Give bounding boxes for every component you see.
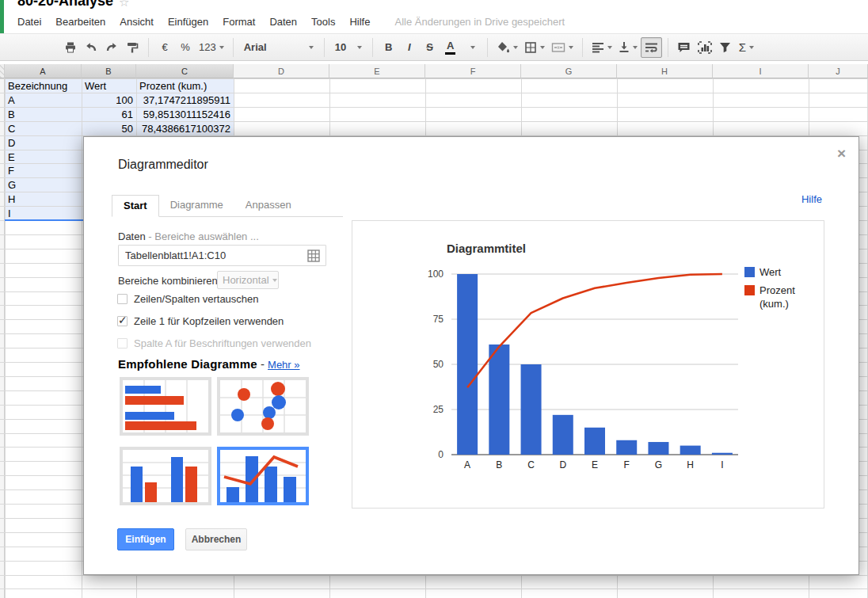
more-link[interactable]: Mehr » [268, 359, 299, 371]
toolbar-divider [668, 38, 668, 57]
cell[interactable]: E [6, 150, 81, 164]
font-family-select[interactable]: Arial [239, 37, 318, 58]
menu-datei[interactable]: Datei [10, 13, 48, 31]
strikethrough-button[interactable]: S [420, 37, 440, 58]
select-range-grid-icon[interactable] [307, 249, 320, 265]
vertical-align-button[interactable] [615, 37, 641, 58]
percent-format-button[interactable]: % [175, 37, 196, 58]
paint-format-button[interactable] [122, 37, 143, 58]
close-icon[interactable]: × [837, 145, 846, 162]
undo-button[interactable] [81, 37, 101, 58]
cell[interactable]: H [6, 192, 81, 206]
svg-text:F: F [624, 459, 630, 470]
tab-diagramme[interactable]: Diagramme [159, 195, 234, 217]
thumbnail-scatter-chart[interactable] [217, 377, 309, 436]
svg-text:Prozent: Prozent [760, 284, 795, 296]
cell[interactable]: 50 [82, 122, 135, 135]
bold-button[interactable]: B [379, 37, 399, 58]
cell[interactable]: 37,1747211895911 [137, 93, 233, 107]
svg-text:75: 75 [433, 314, 444, 325]
column-header-A[interactable]: A [5, 64, 82, 78]
toolbar-divider [582, 38, 583, 57]
menu-ansicht[interactable]: Ansicht [112, 13, 161, 31]
title-bar: 80-20-Analyse ☆ [0, 0, 868, 11]
cell[interactable]: F [6, 164, 81, 177]
cell[interactable]: Prozent (kum.) [137, 79, 233, 93]
column-header-C[interactable]: C [136, 64, 234, 78]
checkbox-use-row1-as-headers[interactable]: Zeile 1 für Kopfzeilen verwenden [117, 315, 284, 327]
thumbnail-horizontal-bar-chart[interactable] [120, 377, 211, 436]
svg-text:0: 0 [438, 449, 444, 460]
borders-button[interactable] [521, 37, 548, 58]
gridline [0, 575, 868, 576]
cell[interactable]: 59,8513011152416 [137, 108, 233, 121]
italic-button[interactable]: I [399, 37, 420, 58]
text-color-dropdown[interactable] [461, 37, 482, 58]
column-header-G[interactable]: G [521, 64, 617, 78]
menu-tools[interactable]: Tools [304, 13, 342, 31]
insert-chart-button[interactable] [695, 37, 715, 58]
gridline [0, 588, 868, 589]
print-button[interactable] [60, 37, 81, 58]
thumbnail-combo-chart-selected[interactable] [217, 447, 309, 505]
column-header-D[interactable]: D [234, 64, 329, 78]
menu-daten[interactable]: Daten [262, 13, 304, 31]
combine-ranges-select[interactable]: Horizontal [217, 271, 279, 289]
chevron-down-icon [749, 46, 754, 49]
comment-button[interactable] [674, 37, 695, 58]
menu-bearbeiten[interactable]: Bearbeiten [48, 13, 112, 31]
thumbnail-column-chart[interactable] [120, 447, 211, 505]
menu-einfuegen[interactable]: Einfügen [161, 13, 215, 31]
cell[interactable]: C [6, 122, 81, 135]
cell[interactable]: D [6, 136, 81, 150]
cell[interactable]: G [6, 178, 81, 192]
svg-text:C: C [527, 459, 535, 470]
chart-preview: Diagrammtitel0255075100ABCDEFGHIWertProz… [352, 220, 824, 508]
cell[interactable]: I [6, 207, 81, 220]
functions-button[interactable]: Σ [736, 37, 757, 58]
cell[interactable]: Bezeichnung [6, 79, 81, 93]
toolbar-divider [148, 38, 149, 57]
horizontal-align-button[interactable] [588, 37, 615, 58]
redo-button[interactable] [101, 37, 122, 58]
cell[interactable]: A [6, 93, 81, 107]
font-size-select[interactable]: 10 [330, 37, 367, 58]
menu-hilfe[interactable]: Hilfe [342, 13, 377, 31]
range-input-box [118, 245, 326, 266]
tab-anpassen[interactable]: Anpassen [234, 195, 303, 217]
insert-button[interactable]: Einfügen [117, 528, 174, 550]
chevron-down-icon [607, 46, 612, 49]
text-color-button[interactable]: A [440, 37, 461, 58]
cell[interactable]: Wert [82, 79, 135, 93]
menu-bar: Datei Bearbeiten Ansicht Einfügen Format… [0, 11, 868, 32]
cell[interactable]: 100 [82, 93, 135, 107]
cell[interactable]: 61 [82, 108, 135, 121]
cancel-button[interactable]: Abbrechen [185, 528, 247, 550]
menu-format[interactable]: Format [215, 13, 262, 31]
column-header-E[interactable]: E [329, 64, 425, 78]
range-input[interactable] [125, 246, 299, 265]
column-header-F[interactable]: F [425, 64, 521, 78]
text-wrap-button[interactable] [641, 37, 662, 58]
number-format-button[interactable]: 123 [196, 37, 227, 58]
column-header-I[interactable]: I [713, 64, 809, 78]
chevron-down-icon [357, 46, 362, 49]
column-header-J[interactable]: J [809, 64, 868, 78]
fill-color-button[interactable] [493, 37, 521, 58]
filter-button[interactable] [715, 37, 736, 58]
document-title[interactable]: 80-20-Analyse [17, 0, 113, 10]
column-header-B[interactable]: B [82, 64, 136, 78]
help-link[interactable]: Hilfe [801, 193, 822, 205]
chart-editor-dialog: × Diagrammeditor Start Diagramme Anpasse… [83, 136, 859, 575]
tab-start[interactable]: Start [112, 195, 159, 217]
toolbar: € % 123 Arial 10 B I S A Σ [0, 33, 868, 61]
merge-cells-button[interactable] [548, 37, 577, 58]
cell[interactable]: B [6, 108, 81, 121]
column-header-H[interactable]: H [617, 64, 713, 78]
cell[interactable]: 78,4386617100372 [137, 122, 233, 135]
star-icon[interactable]: ☆ [119, 0, 129, 10]
recommended-charts-heading: Empfohlene Diagramme - Mehr » [118, 357, 300, 371]
checkbox-switch-rows-columns[interactable]: Zeilen/Spalten vertauschen [117, 293, 259, 305]
currency-format-button[interactable]: € [154, 37, 175, 58]
chevron-down-icon [219, 46, 224, 49]
